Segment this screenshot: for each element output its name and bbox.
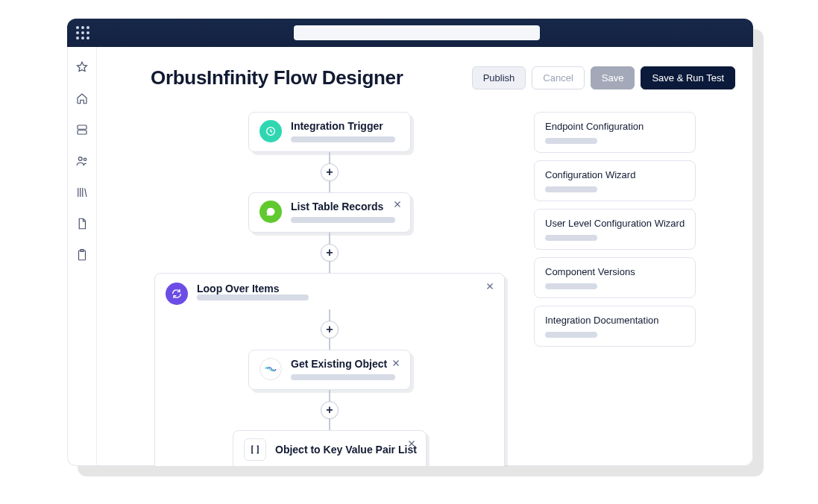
add-step-button[interactable]: + <box>321 163 339 181</box>
users-icon[interactable] <box>75 154 89 168</box>
flow-node-title: Loop Over Items <box>197 283 309 294</box>
refresh-icon <box>166 283 188 305</box>
page-title: OrbusInfinity Flow Designer <box>151 66 403 89</box>
add-step-button[interactable]: + <box>321 244 339 262</box>
placeholder-line <box>545 138 597 144</box>
flow-node-get-object[interactable]: Get Existing Object <box>248 350 411 390</box>
add-step-button[interactable]: + <box>321 321 339 338</box>
left-rail <box>67 47 97 466</box>
close-icon[interactable] <box>392 199 403 210</box>
publish-button[interactable]: Publish <box>472 66 526 89</box>
clipboard-icon[interactable] <box>75 248 89 262</box>
brackets-icon <box>244 438 266 461</box>
side-card-endpoint-config[interactable]: Endpoint Configuration <box>534 112 696 153</box>
save-button[interactable]: Save <box>591 66 635 89</box>
side-card-title: User Level Configuration Wizard <box>545 218 685 229</box>
header-actions: Publish Cancel Save Save & Run Test <box>472 66 735 89</box>
flow-node-trigger[interactable]: Integration Trigger <box>248 112 411 152</box>
close-icon[interactable] <box>485 281 495 292</box>
placeholder-line <box>545 332 597 338</box>
flow-connector <box>329 309 330 321</box>
cancel-button[interactable]: Cancel <box>532 66 584 89</box>
flow-node-loop[interactable]: Loop Over Items + <box>154 273 505 466</box>
apps-launcher-icon[interactable] <box>76 26 89 40</box>
flow-node-title: Object to Key Value Pair List <box>275 444 415 456</box>
star-icon[interactable] <box>75 60 89 74</box>
placeholder-line <box>545 235 597 241</box>
flow-connector <box>329 152 330 164</box>
close-icon[interactable] <box>391 358 401 368</box>
chat-icon <box>259 201 282 223</box>
side-card-config-wizard[interactable]: Configuration Wizard <box>534 160 696 201</box>
server-icon[interactable] <box>75 123 89 136</box>
page-header: OrbusInfinity Flow Designer Publish Canc… <box>151 66 735 89</box>
infinity-icon <box>259 358 282 380</box>
main-area: OrbusInfinity Flow Designer Publish Canc… <box>97 47 753 466</box>
save-run-test-button[interactable]: Save & Run Test <box>641 66 735 89</box>
side-card-title: Endpoint Configuration <box>545 121 685 132</box>
svg-rect-0 <box>78 125 86 129</box>
flow-canvas: Integration Trigger + <box>151 112 509 466</box>
clock-icon <box>259 120 282 142</box>
side-card-integration-docs[interactable]: Integration Documentation <box>534 306 696 347</box>
flow-connector <box>329 233 330 245</box>
svg-point-3 <box>84 158 86 160</box>
placeholder-line <box>291 217 395 223</box>
svg-rect-1 <box>78 130 86 134</box>
placeholder-line <box>291 374 395 380</box>
top-bar <box>67 19 753 47</box>
flow-node-list-records[interactable]: List Table Records <box>248 192 411 233</box>
flow-connector <box>329 180 330 192</box>
flow-node-kvp[interactable]: Object to Key Value Pair List <box>233 430 427 466</box>
home-icon[interactable] <box>75 92 89 105</box>
add-step-button[interactable]: + <box>321 401 339 419</box>
flow-connector <box>329 261 330 273</box>
side-card-title: Component Versions <box>545 266 685 277</box>
placeholder-line <box>197 294 309 300</box>
side-card-user-config-wizard[interactable]: User Level Configuration Wizard <box>534 209 696 250</box>
flow-node-title: List Table Records <box>291 201 400 212</box>
flow-connector <box>329 338 330 350</box>
placeholder-line <box>545 186 597 192</box>
document-icon[interactable] <box>75 217 89 230</box>
library-icon[interactable] <box>75 186 89 199</box>
flow-connector <box>329 390 330 402</box>
side-card-title: Configuration Wizard <box>545 169 685 180</box>
placeholder-line <box>545 283 597 289</box>
side-card-component-versions[interactable]: Component Versions <box>534 257 696 298</box>
inspector-panel: Endpoint Configuration Configuration Wiz… <box>534 112 696 347</box>
close-icon[interactable] <box>406 438 417 449</box>
flow-connector <box>329 418 330 430</box>
side-card-title: Integration Documentation <box>545 315 685 326</box>
placeholder-line <box>291 136 395 142</box>
global-search-input[interactable] <box>294 25 540 40</box>
svg-point-2 <box>78 157 82 161</box>
flow-node-title: Integration Trigger <box>291 120 400 132</box>
app-window: OrbusInfinity Flow Designer Publish Canc… <box>67 19 753 466</box>
flow-node-title: Get Existing Object <box>291 358 400 370</box>
